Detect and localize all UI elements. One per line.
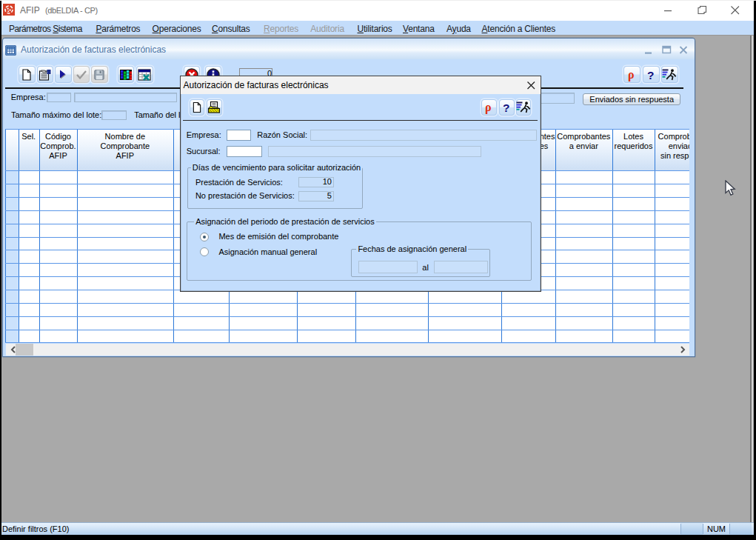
svg-text:?: ? <box>647 69 654 81</box>
svg-text:ρ: ρ <box>485 101 492 114</box>
svg-text:?: ? <box>503 101 509 114</box>
svg-text:ρ: ρ <box>628 68 635 81</box>
